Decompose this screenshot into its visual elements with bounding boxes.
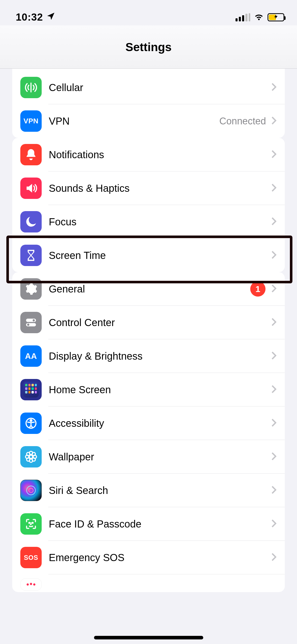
row-sounds-haptics[interactable]: Sounds & Haptics [12,171,285,205]
location-icon [46,11,55,23]
row-face-id-passcode[interactable]: Face ID & Passcode [12,507,285,541]
nav-header: Settings [0,25,297,69]
chevron-right-icon [271,83,277,92]
chevron-right-icon [271,553,277,562]
status-time: 10:32 [16,11,43,23]
svg-point-13 [27,458,30,461]
settings-group-attention: Notifications Sounds & Haptics Focus Scr… [12,138,285,272]
row-vpn[interactable]: VPN VPN Connected [12,104,285,138]
svg-point-19 [27,583,29,586]
chevron-right-icon [271,351,277,361]
status-left: 10:32 [16,11,55,23]
toggles-icon [20,312,42,333]
row-display-brightness[interactable]: AA Display & Brightness [12,339,285,373]
svg-point-16 [29,488,33,492]
chevron-right-icon [271,385,277,394]
battery-charging-icon [268,13,284,21]
home-screen-icon [20,379,42,400]
row-next-partial[interactable] [12,574,285,592]
chevron-right-icon [271,150,277,159]
row-label: Sounds & Haptics [49,183,269,194]
svg-point-17 [29,522,30,523]
wifi-icon [254,12,264,23]
svg-point-18 [32,522,33,523]
bell-icon [20,144,42,165]
chevron-right-icon [271,519,277,529]
chevron-right-icon [271,217,277,227]
row-label: Face ID & Passcode [49,518,269,530]
home-indicator[interactable] [94,636,203,639]
sos-icon: SOS [20,547,42,568]
row-emergency-sos[interactable]: SOS Emergency SOS [12,541,285,574]
row-label: Control Center [49,317,269,328]
gear-icon [20,278,42,300]
row-home-screen[interactable]: Home Screen [12,373,285,406]
face-id-icon [20,513,42,535]
chevron-right-icon [271,418,277,428]
chevron-right-icon [271,452,277,462]
svg-point-11 [27,452,30,456]
settings-list[interactable]: Cellular VPN VPN Connected Notifications [0,69,297,592]
siri-icon [20,480,42,501]
chevron-right-icon [271,116,277,126]
chevron-right-icon [271,183,277,193]
row-label: Home Screen [49,384,269,396]
page-title: Settings [126,40,171,54]
row-label: Accessibility [49,418,269,429]
row-control-center[interactable]: Control Center [12,306,285,339]
row-label: Emergency SOS [49,552,269,563]
svg-point-6 [29,455,33,459]
row-siri-search[interactable]: Siri & Search [12,474,285,507]
row-label: Screen Time [49,250,269,261]
notification-badge: 1 [250,281,265,297]
svg-point-5 [30,420,32,421]
vpn-icon: VPN [20,110,42,132]
chevron-right-icon [271,318,277,327]
settings-group-connectivity: Cellular VPN VPN Connected [12,69,285,138]
row-screen-time[interactable]: Screen Time [12,239,285,272]
svg-point-15 [27,486,36,495]
row-label: Wallpaper [49,451,269,463]
row-focus[interactable]: Focus [12,205,285,239]
cellular-signal-icon [236,13,250,21]
row-general[interactable]: General 1 [12,272,285,306]
speaker-icon [20,178,42,199]
settings-group-general: General 1 Control Center AA Display & Br… [12,272,285,592]
text-size-icon: AA [20,345,42,367]
moon-icon [20,211,42,232]
row-label: Cellular [49,82,269,93]
chevron-right-icon [271,486,277,495]
svg-point-20 [30,583,32,585]
row-label: Focus [49,216,269,228]
accessibility-icon [20,413,42,434]
row-notifications[interactable]: Notifications [12,138,285,171]
partial-icon [20,578,42,591]
chevron-right-icon [271,251,277,260]
status-bar: 10:32 [0,0,297,25]
row-label: General [49,283,250,295]
row-label: Siri & Search [49,485,269,496]
row-value: Connected [219,116,266,127]
row-label: Notifications [49,149,269,160]
row-wallpaper[interactable]: Wallpaper [12,440,285,474]
chevron-right-icon [271,284,277,294]
hourglass-icon [20,245,42,266]
svg-point-3 [27,324,29,326]
status-right [236,12,284,23]
row-cellular[interactable]: Cellular [12,71,285,104]
row-label: Display & Brightness [49,350,269,362]
flower-icon [20,446,42,467]
row-accessibility[interactable]: Accessibility [12,406,285,440]
row-label: VPN [49,115,219,127]
svg-point-21 [33,583,36,586]
svg-point-1 [33,319,35,321]
cellular-icon [20,77,42,98]
